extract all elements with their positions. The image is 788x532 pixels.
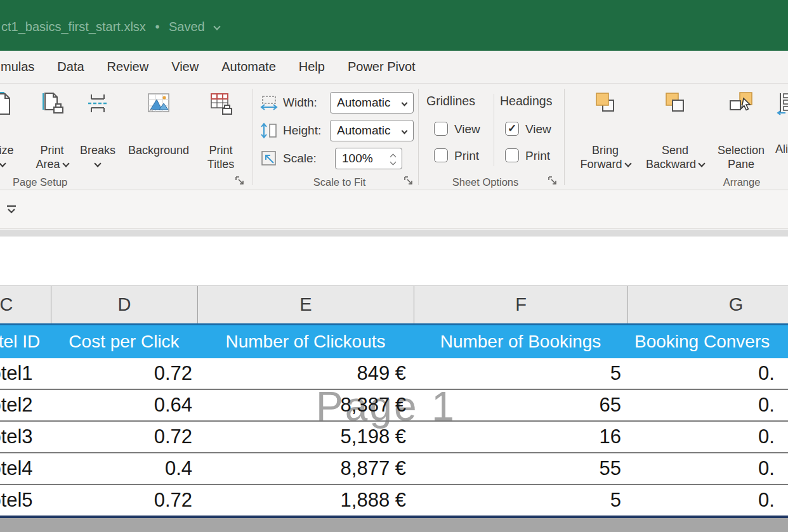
bring-forward-icon [579,91,632,118]
fit-height-icon [260,122,278,139]
table-row: Hotel3 0.72 5,198 € 16 0. [0,422,788,453]
table-header-row: Hotel ID Cost per Click Number of Clicko… [0,323,788,358]
header-cell-clickouts[interactable]: Number of Clickouts [197,325,414,358]
bring-forward-label: Bring [579,143,632,157]
cell-hotel[interactable]: Hotel3 [0,422,33,452]
bring-forward-button[interactable]: Bring Forward [579,89,632,185]
gridlines-print-checkbox[interactable] [434,148,448,162]
cell-bookings[interactable]: 5 [414,358,621,389]
cell-bookings[interactable]: 55 [414,453,621,484]
width-value: Automatic [337,96,390,109]
header-cell-cost-per-click[interactable]: Cost per Click [51,325,197,358]
scale-value: 100% [342,152,373,165]
ribbon-tab-bar: mulas Data Review View Automate Help Pow… [0,51,788,84]
cell-cpc[interactable]: 0.64 [51,390,192,420]
background-label: Background [121,143,197,157]
cell-bookings[interactable]: 16 [414,422,621,452]
selection-pane-label2: Pane [713,157,769,171]
page-size-icon [0,91,23,118]
align-button[interactable]: Align [775,89,788,185]
page-top-margin [0,237,788,285]
print-area-button[interactable]: Print Area [29,89,75,185]
column-header-e[interactable]: E [197,286,414,323]
gridlines-view-label: View [454,122,480,137]
cell-hotel[interactable]: Hotel1 [0,358,33,389]
size-button[interactable]: Size [0,89,23,185]
headings-view-checkbox[interactable]: ✓ [505,122,519,136]
tab-power-pivot[interactable]: Power Pivot [348,60,416,74]
cell-hotel[interactable]: Hotel5 [0,485,33,516]
scale-row: Scale: 100% [260,147,416,170]
height-value: Automatic [337,124,390,137]
tab-formulas[interactable]: mulas [1,60,34,74]
tab-help[interactable]: Help [299,60,325,74]
width-label: Width: [283,91,317,114]
cell-cpc[interactable]: 0.72 [51,358,192,389]
cell-clickouts[interactable]: 8,877 € [197,453,406,484]
align-icon [775,91,788,118]
column-header-d[interactable]: D [51,286,197,323]
header-cell-hotel-id[interactable]: Hotel ID [0,325,40,358]
cell-cpc[interactable]: 0.72 [51,485,192,516]
send-backward-button[interactable]: Send Backward [646,89,704,185]
column-header-c[interactable]: C [0,286,51,323]
tab-review[interactable]: Review [107,60,149,74]
scale-spinner[interactable]: 100% [335,148,402,169]
cell-clickouts[interactable]: 1,888 € [197,485,406,516]
cell-bookings[interactable]: 5 [414,485,621,516]
cell-cpc[interactable]: 0.72 [51,422,192,452]
cell-conversion[interactable]: 0. [758,358,775,389]
print-titles-label: Print [199,143,242,157]
cell-clickouts[interactable]: 8,387 € [197,390,406,420]
sheet-options-dialog-launcher-icon[interactable] [548,176,558,186]
tab-automate[interactable]: Automate [221,60,276,74]
header-cell-bookings[interactable]: Number of Bookings [414,325,627,358]
title-separator: • [155,20,159,34]
height-dropdown[interactable]: Automatic [330,120,414,141]
gridlines-title: Gridlines [426,94,475,108]
save-status[interactable]: Saved [169,20,205,34]
chevron-down-icon [402,100,408,107]
cell-hotel[interactable]: Hotel4 [0,453,33,484]
cell-conversion[interactable]: 0. [758,422,775,452]
group-divider [418,89,419,185]
cell-conversion[interactable]: 0. [758,390,775,420]
arrange-group-label: Arrange [719,176,764,188]
separator-band [0,230,788,237]
background-button[interactable]: Background [121,89,197,185]
width-dropdown[interactable]: Automatic [330,92,414,114]
cell-bookings[interactable]: 65 [414,390,621,420]
chevron-down-icon [0,160,6,167]
cell-clickouts[interactable]: 849 € [197,358,406,389]
cell-hotel[interactable]: Hotel2 [0,390,33,420]
column-header-f[interactable]: F [414,286,627,323]
collapse-ribbon-icon[interactable] [5,204,18,217]
breaks-label: Breaks [76,143,119,157]
headings-view-label: View [525,122,551,137]
cell-conversion[interactable]: 0. [758,485,775,516]
cell-cpc[interactable]: 0.4 [51,453,192,484]
cell-conversion[interactable]: 0. [758,453,775,484]
save-status-chevron-icon[interactable] [214,23,221,30]
chevron-down-icon [94,160,101,167]
gridlines-view-checkbox[interactable] [434,122,448,136]
breaks-button[interactable]: Breaks [76,89,119,185]
scale-icon [260,150,278,167]
tab-view[interactable]: View [171,60,199,74]
header-cell-conversion[interactable]: Booking Convers [634,325,770,358]
page-setup-dialog-launcher-icon[interactable] [235,176,245,186]
selection-pane-button[interactable]: Selection Pane [713,89,769,185]
width-row: Width: Automatic [260,91,416,114]
scale-to-fit-dialog-launcher-icon[interactable] [404,176,414,186]
spin-down-icon[interactable] [390,159,397,165]
group-divider [564,89,565,185]
column-header-g[interactable]: G [627,286,788,323]
print-titles-button[interactable]: Print Titles [199,89,242,185]
table-row: Hotel4 0.4 8,877 € 55 0. [0,453,788,485]
cell-clickouts[interactable]: 5,198 € [197,422,406,452]
tab-data[interactable]: Data [57,60,84,74]
print-titles-label2: Titles [199,157,242,171]
ribbon-footer-strip [0,190,788,229]
print-area-label: Print [29,143,75,157]
headings-print-checkbox[interactable] [505,148,519,162]
